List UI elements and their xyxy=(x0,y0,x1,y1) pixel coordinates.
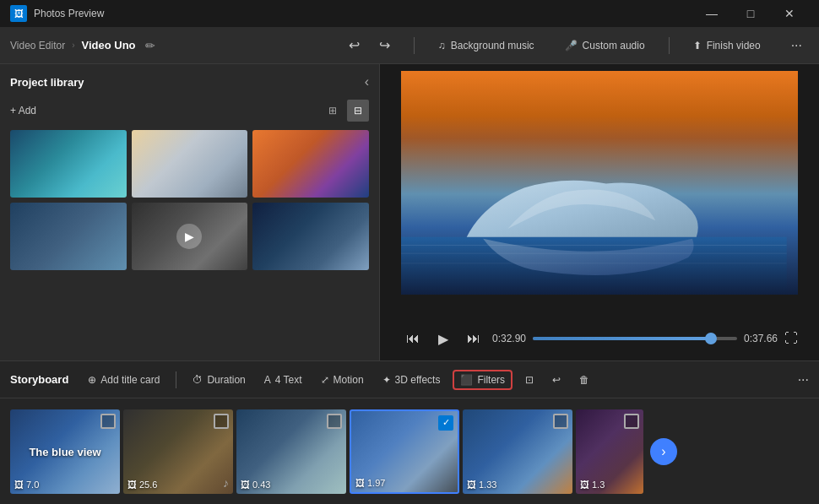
text-button[interactable]: A 4 Text xyxy=(258,371,308,388)
story-item-label-6: 🖼 1.3 xyxy=(580,480,605,490)
duration-value-6: 1.3 xyxy=(592,480,605,490)
duration-value-3: 0.43 xyxy=(252,480,270,490)
story-checkbox-2[interactable] xyxy=(214,414,229,429)
story-checkbox-6[interactable] xyxy=(624,414,639,429)
motion-label: Motion xyxy=(334,374,364,386)
story-checkbox-1[interactable] xyxy=(100,414,116,429)
maximize-button[interactable]: □ xyxy=(731,0,770,27)
play-icon: ▶ xyxy=(176,224,202,249)
story-item-title-1: The blue view xyxy=(29,445,100,458)
storyboard-title: Storyboard xyxy=(10,373,68,386)
duration-value-1: 7.0 xyxy=(26,480,39,490)
duration-button[interactable]: ⏱ Duration xyxy=(187,371,251,388)
media-item[interactable] xyxy=(10,130,127,198)
toolbar-more-button[interactable]: ··· xyxy=(784,35,809,57)
storyboard-item-4[interactable]: ✓ 🖼 1.97 xyxy=(350,409,459,494)
seek-thumb[interactable] xyxy=(705,333,717,344)
add-title-card-label: Add title card xyxy=(100,374,160,386)
media-item[interactable] xyxy=(252,203,369,270)
media-item[interactable]: ▶ xyxy=(132,203,248,270)
storyboard-items: The blue view 🖼 7.0 🖼 25.6 ♪ 🖼 0.43 xyxy=(0,398,819,504)
storyboard-toolbar: Storyboard ⊕ Add title card ⏱ Duration A… xyxy=(0,361,819,398)
crop-icon: ⊡ xyxy=(525,374,534,386)
story-checkbox-3[interactable] xyxy=(327,414,342,429)
undo-button[interactable]: ↩ xyxy=(343,34,366,57)
add-title-card-icon: ⊕ xyxy=(88,374,96,386)
media-item[interactable] xyxy=(132,130,248,198)
add-media-button[interactable]: + Add xyxy=(10,105,36,117)
panel-collapse-icon[interactable]: ‹ xyxy=(365,74,369,89)
edit-title-icon[interactable]: ✏ xyxy=(143,38,158,53)
storyboard-undo-button[interactable]: ↩ xyxy=(546,371,567,388)
close-button[interactable]: ✕ xyxy=(770,0,809,27)
story-divider-1 xyxy=(176,371,176,388)
video-controls: ⏮ ▶ ⏭ 0:32.90 0:37.66 ⛶ xyxy=(401,323,798,354)
text-label: 4 Text xyxy=(275,374,302,386)
storyboard-item-3[interactable]: 🖼 0.43 xyxy=(236,409,346,494)
story-checkbox-4[interactable]: ✓ xyxy=(438,415,453,431)
media-item[interactable] xyxy=(10,203,127,270)
story-item-label-2: 🖼 25.6 xyxy=(127,480,157,490)
add-title-card-button[interactable]: ⊕ Add title card xyxy=(82,371,165,388)
duration-icon: ⏱ xyxy=(193,374,203,386)
bg-music-icon: ♫ xyxy=(438,40,446,51)
delete-button[interactable]: 🗑 xyxy=(573,371,595,388)
storyboard-item-6[interactable]: 🖼 1.3 xyxy=(576,409,643,494)
seek-fill xyxy=(533,337,710,340)
app-toolbar: Video Editor › Video Uno ✏ ↩ ↪ ♫ Backgro… xyxy=(0,27,819,64)
play-button[interactable]: ▶ xyxy=(431,327,455,350)
panel-toolbar: + Add ⊞ ⊟ xyxy=(10,100,369,122)
image-icon-4: 🖼 xyxy=(355,478,365,488)
total-time: 0:37.66 xyxy=(744,333,778,344)
motion-button[interactable]: ⤢ Motion xyxy=(315,371,370,388)
storyboard-undo-icon: ↩ xyxy=(552,374,561,386)
storyboard-item-2[interactable]: 🖼 25.6 ♪ xyxy=(123,409,233,494)
bg-music-label: Background music xyxy=(451,40,534,51)
image-icon-5: 🖼 xyxy=(467,480,476,490)
story-item-label-1: 🖼 7.0 xyxy=(14,480,39,490)
filters-icon: ⬛ xyxy=(460,374,473,386)
text-icon: A xyxy=(264,374,271,386)
image-icon-2: 🖼 xyxy=(127,480,137,490)
breadcrumb-parent[interactable]: Video Editor xyxy=(10,40,65,51)
finish-video-button[interactable]: ⬆ Finish video xyxy=(686,36,767,55)
panel-title: Project library xyxy=(10,76,84,89)
storyboard: Storyboard ⊕ Add title card ⏱ Duration A… xyxy=(0,360,819,504)
duration-label: Duration xyxy=(207,374,245,386)
story-item-label-4: 🖼 1.97 xyxy=(355,478,385,488)
list-view-button[interactable]: ⊟ xyxy=(347,100,369,122)
minimize-button[interactable]: — xyxy=(692,0,731,27)
fullscreen-button[interactable]: ⛶ xyxy=(784,331,798,346)
media-grid: ▶ xyxy=(10,130,369,270)
grid-view-button[interactable]: ⊞ xyxy=(322,100,344,122)
storyboard-item-5[interactable]: 🖼 1.33 xyxy=(463,409,572,494)
redo-button[interactable]: ↪ xyxy=(373,34,397,57)
window-controls: — □ ✕ xyxy=(692,0,809,27)
main-content: Project library ‹ + Add ⊞ ⊟ ▶ xyxy=(0,64,819,360)
story-item-label-3: 🖼 0.43 xyxy=(241,480,270,490)
3d-effects-button[interactable]: ✦ 3D effects xyxy=(377,371,447,388)
breadcrumb: Video Editor › Video Uno ✏ xyxy=(10,38,158,53)
story-checkbox-5[interactable] xyxy=(553,414,568,429)
custom-audio-icon: 🎤 xyxy=(565,40,578,51)
filters-button[interactable]: ⬛ Filters xyxy=(453,370,513,390)
view-toggle: ⊞ ⊟ xyxy=(322,100,369,122)
panel-header: Project library ‹ xyxy=(10,74,369,89)
storyboard-item-1[interactable]: The blue view 🖼 7.0 xyxy=(10,409,120,494)
background-music-button[interactable]: ♫ Background music xyxy=(431,36,541,55)
project-library-panel: Project library ‹ + Add ⊞ ⊟ ▶ xyxy=(0,64,380,360)
toolbar-divider-2 xyxy=(669,37,670,54)
media-item[interactable] xyxy=(252,130,369,198)
seek-bar[interactable] xyxy=(533,337,737,340)
storyboard-next-button[interactable]: › xyxy=(650,438,677,465)
app-title: Photos Preview xyxy=(34,8,104,19)
duration-value-4: 1.97 xyxy=(367,478,385,488)
crop-button[interactable]: ⊡ xyxy=(519,371,540,388)
undo-redo-group: ↩ ↪ xyxy=(343,34,397,57)
custom-audio-button[interactable]: 🎤 Custom audio xyxy=(558,36,652,55)
storyboard-more-button[interactable]: ··· xyxy=(798,372,809,387)
toolbar-right: ↩ ↪ ♫ Background music 🎤 Custom audio ⬆ … xyxy=(343,34,809,57)
skip-back-button[interactable]: ⏮ xyxy=(401,327,425,350)
current-time: 0:32.90 xyxy=(492,333,526,344)
skip-forward-button[interactable]: ⏭ xyxy=(462,327,485,350)
